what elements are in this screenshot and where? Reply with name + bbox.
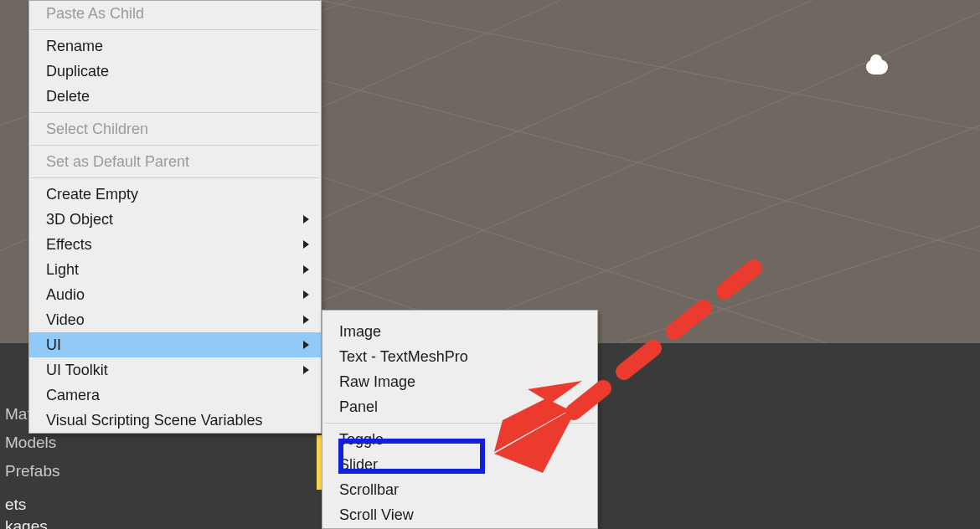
chevron-right-icon (303, 240, 309, 249)
ui-submenu[interactable]: Image Text - TextMeshPro Raw Image Panel… (322, 310, 598, 529)
submenu-panel[interactable]: Panel (322, 394, 597, 419)
menu-3d-object[interactable]: 3D Object (29, 207, 321, 232)
folder-prefabs[interactable]: Prefabs (0, 457, 193, 485)
chevron-right-icon (303, 215, 309, 223)
menu-label: Light (46, 261, 79, 279)
submenu-scroll-view[interactable]: Scroll View (322, 502, 597, 527)
svg-line-1 (318, 80, 980, 251)
submenu-text-tmp[interactable]: Text - TextMeshPro (322, 344, 597, 369)
chevron-right-icon (303, 341, 309, 349)
chevron-right-icon (303, 290, 309, 299)
partial-text-ets: ets (0, 494, 53, 516)
menu-paste-as-child: Paste As Child (29, 1, 321, 26)
menu-set-default-parent: Set as Default Parent (29, 149, 321, 174)
menu-label: UI Toolkit (46, 362, 108, 379)
menu-ui-toolkit[interactable]: UI Toolkit (29, 357, 321, 383)
project-nav-partial: ets kages (0, 494, 53, 529)
menu-audio[interactable]: Audio (29, 282, 321, 307)
menu-effects[interactable]: Effects (29, 232, 321, 257)
menu-create-empty[interactable]: Create Empty (29, 182, 321, 207)
menu-label: Audio (46, 286, 85, 304)
menu-delete[interactable]: Delete (29, 84, 321, 109)
sky-gizmo-icon (866, 59, 888, 74)
menu-separator (31, 29, 319, 30)
menu-video[interactable]: Video (29, 307, 321, 332)
menu-duplicate[interactable]: Duplicate (29, 59, 321, 84)
submenu-toggle[interactable]: Toggle (322, 427, 597, 452)
menu-light[interactable]: Light (29, 257, 321, 282)
menu-ui[interactable]: UI (29, 332, 321, 357)
chevron-right-icon (303, 316, 309, 324)
menu-label: Video (46, 311, 85, 329)
hierarchy-context-menu[interactable]: Paste As Child Rename Duplicate Delete S… (28, 0, 322, 434)
svg-line-9 (620, 226, 980, 343)
menu-camera[interactable]: Camera (29, 383, 321, 408)
menu-separator (31, 177, 319, 178)
menu-visual-scripting[interactable]: Visual Scripting Scene Variables (29, 408, 321, 433)
menu-separator (324, 423, 596, 424)
menu-label: 3D Object (46, 211, 113, 229)
submenu-image[interactable]: Image (322, 319, 597, 344)
partial-text-kages: kages (0, 516, 53, 529)
menu-separator (31, 145, 319, 146)
menu-select-children: Select Children (29, 116, 321, 141)
menu-rename[interactable]: Rename (29, 33, 321, 59)
menu-separator (31, 112, 319, 113)
submenu-raw-image[interactable]: Raw Image (322, 369, 597, 394)
submenu-slider[interactable]: Slider (322, 452, 597, 477)
submenu-scrollbar[interactable]: Scrollbar (322, 477, 597, 502)
chevron-right-icon (303, 366, 309, 374)
menu-label: UI (46, 336, 61, 354)
menu-label: Effects (46, 236, 92, 254)
chevron-right-icon (303, 265, 309, 274)
